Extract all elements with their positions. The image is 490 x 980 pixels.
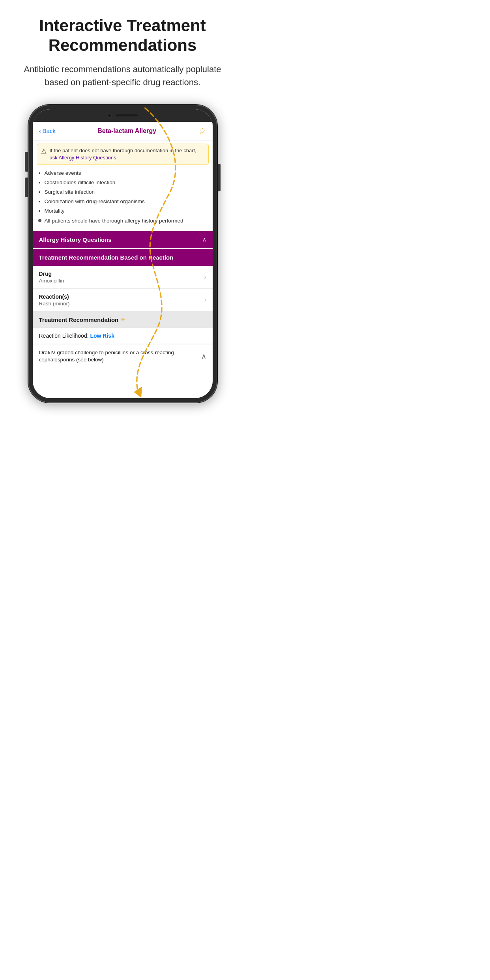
phone-outer: ‹ Back Beta-lactam Allergy ☆ ⚠ If the pa…	[24, 105, 221, 420]
warning-banner: ⚠ If the patient does not have thorough …	[37, 144, 209, 165]
allergy-history-link[interactable]: ask Allergy History Questions	[50, 155, 116, 161]
treatment-rec-title: Treatment Recommendation	[39, 316, 119, 323]
treatment-recommendation-section-header[interactable]: Treatment Recommendation Based on Reacti…	[33, 249, 213, 266]
list-item: Clostridioides difficile infection	[45, 179, 207, 187]
warning-icon: ⚠	[41, 148, 47, 155]
volume-down-button	[25, 178, 28, 197]
note-item: All patients should have thorough allerg…	[38, 217, 207, 225]
content-list: Adverse events Clostridioides difficile …	[33, 168, 213, 228]
warning-text-before: If the patient does not have thorough do…	[50, 148, 196, 153]
drug-row-chevron-icon: ›	[204, 273, 206, 281]
notch-bar	[33, 109, 213, 122]
favorite-star-icon[interactable]: ☆	[198, 126, 206, 136]
bullet-icon	[38, 219, 41, 222]
main-title: Interactive Treatment Recommendations	[24, 16, 221, 56]
bullet-list: Adverse events Clostridioides difficile …	[38, 170, 207, 215]
volume-up-button	[25, 152, 28, 172]
list-item: Mortality	[45, 208, 207, 215]
note-text: All patients should have thorough allerg…	[45, 217, 183, 225]
power-button	[218, 164, 221, 191]
page-container: Interactive Treatment Recommendations An…	[0, 0, 245, 490]
speaker	[116, 114, 138, 116]
challenge-row[interactable]: Oral/IV graded challenge to penicillins …	[33, 344, 213, 369]
phone-screen: ‹ Back Beta-lactam Allergy ☆ ⚠ If the pa…	[33, 109, 213, 398]
list-item: Colonization with drug-resistant organis…	[45, 198, 207, 206]
drug-row-content: Drug Amoxicillin	[39, 271, 64, 284]
page-title: Beta-lactam Allergy	[97, 127, 156, 135]
list-item: Surgical site infection	[45, 189, 207, 196]
reaction-row-content: Reaction(s) Rash (minor)	[39, 294, 70, 307]
reaction-likelihood-row: Reaction Likelihood: Low Risk	[33, 328, 213, 344]
treatment-recommendation-header: Treatment Recommendation ✏	[33, 312, 213, 328]
subtitle: Antibiotic recommendations automatically…	[24, 63, 221, 89]
challenge-chevron-icon: ∧	[201, 352, 206, 361]
reaction-row[interactable]: Reaction(s) Rash (minor) ›	[33, 289, 213, 312]
allergy-history-section-header[interactable]: Allergy History Questions ∧	[33, 231, 213, 248]
reaction-likelihood-label: Reaction Likelihood:	[39, 333, 90, 339]
chevron-left-icon: ‹	[39, 127, 41, 134]
back-button[interactable]: ‹ Back	[39, 127, 56, 134]
phone-frame: ‹ Back Beta-lactam Allergy ☆ ⚠ If the pa…	[28, 105, 217, 403]
drug-value: Amoxicillin	[39, 278, 64, 284]
front-camera	[107, 113, 112, 118]
warning-text: If the patient does not have thorough do…	[50, 147, 204, 161]
nav-bar: ‹ Back Beta-lactam Allergy ☆	[33, 122, 213, 140]
warning-text-after: .	[116, 155, 118, 161]
section2-label: Treatment Recommendation Based on Reacti…	[39, 254, 174, 261]
pencil-icon: ✏	[121, 316, 125, 323]
low-risk-badge: Low Risk	[90, 333, 114, 339]
notch	[91, 109, 154, 122]
reaction-row-chevron-icon: ›	[204, 296, 206, 303]
screen-content: ‹ Back Beta-lactam Allergy ☆ ⚠ If the pa…	[33, 122, 213, 398]
section1-label: Allergy History Questions	[39, 236, 112, 243]
challenge-text: Oral/IV graded challenge to penicillins …	[39, 349, 201, 364]
drug-label: Drug	[39, 271, 64, 277]
reaction-label: Reaction(s)	[39, 294, 70, 300]
header-section: Interactive Treatment Recommendations An…	[0, 0, 245, 97]
back-label: Back	[43, 127, 56, 134]
list-item: Adverse events	[45, 170, 207, 177]
reaction-value: Rash (minor)	[39, 301, 70, 307]
drug-row[interactable]: Drug Amoxicillin ›	[33, 266, 213, 289]
section1-chevron-icon: ∧	[202, 236, 206, 243]
